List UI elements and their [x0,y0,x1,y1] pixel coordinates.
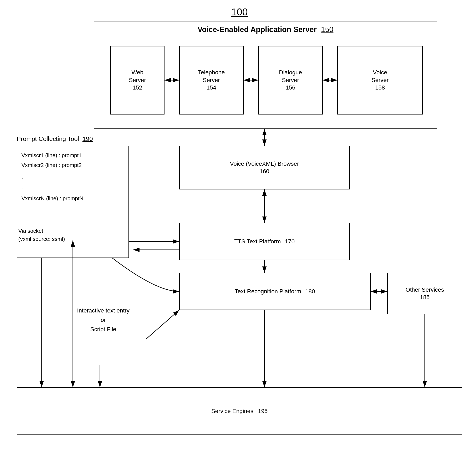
tts-platform-label: TTS Text Platform 170 [234,238,295,245]
voice-browser-box: Voice (VoiceXML) Browser 160 [179,146,350,190]
via-socket-label: Via socket(vxml source: ssml) [18,227,65,243]
web-server-box: WebServer152 [110,46,164,114]
telephone-server-label: TelephoneServer154 [198,69,225,91]
service-engines-label: Service Engines 195 [211,407,268,415]
diagram-number: 100 [219,6,260,18]
interactive-text-label: Interactive text entryorScript File [77,306,129,334]
dialogue-server-box: DialogueServer156 [258,46,323,114]
prompt-lineN: VxmlscrN (line) : promptN [21,194,84,203]
tts-platform-box: TTS Text Platform 170 [179,223,350,260]
text-recognition-label: Text Recognition Platform 180 [235,288,315,295]
prompt-line2: Vxmlscr2 (line) : prompt2 [21,160,84,170]
other-services-box: Other Services 185 [387,273,462,314]
text-recognition-box: Text Recognition Platform 180 [179,273,371,310]
prompt-dots1: . [21,172,84,182]
app-server-label: Voice-Enabled Application Server [198,25,317,34]
telephone-server-box: TelephoneServer154 [179,46,244,114]
voice-browser-label: Voice (VoiceXML) Browser 160 [230,160,299,175]
dialogue-server-label: DialogueServer156 [279,69,302,91]
prompt-dots2: . [21,182,84,191]
service-engines-box: Service Engines 195 [17,387,462,435]
svg-line-19 [146,310,179,339]
voice-server-box: VoiceServer158 [337,46,423,114]
prompt-line1: Vxmlscr1 (line) : prompt1 [21,150,84,160]
app-server-number: 150 [321,25,333,34]
prompt-tool-label: Prompt Collecting Tool 190 [17,135,93,142]
other-services-label: Other Services 185 [405,286,444,301]
diagram: 100 Voice-Enabled Application Server 150… [0,0,476,453]
voice-server-label: VoiceServer158 [371,69,389,91]
web-server-label: WebServer152 [129,69,146,91]
